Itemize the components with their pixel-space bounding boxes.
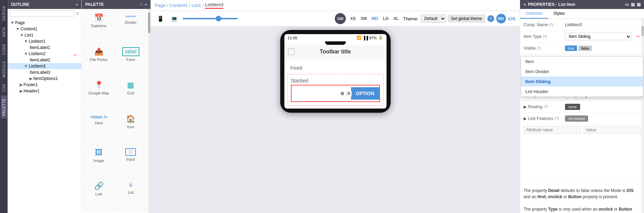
tree-item-content1[interactable]: ▼Content1 — [8, 26, 81, 32]
zoom-slider-track[interactable] — [183, 18, 238, 19]
palette-expand-icon[interactable]: □ — [140, 2, 143, 7]
side-tab-module[interactable]: MODULE — [1, 58, 7, 80]
side-tab-data[interactable]: DATA — [1, 24, 7, 40]
prop-row-routing[interactable]: ▶ Routing (?) none — [520, 101, 644, 113]
dropdown-item-divider[interactable]: Item Divider — [521, 67, 643, 77]
prop-value-linkfeatures: not linked — [565, 115, 641, 122]
outline-search-input[interactable] — [10, 10, 74, 17]
palette-item-link[interactable]: 🔗 Link — [83, 179, 115, 212]
bp-md[interactable]: MD — [370, 16, 380, 22]
dropdown-item-sliding[interactable]: Item Sliding — [521, 77, 643, 87]
outline-close-icon[interactable]: ✕ — [76, 11, 79, 16]
palette-item-googlemap[interactable]: 📍 Google Map — [83, 78, 115, 111]
breadcrumb-sep-2: / — [189, 3, 191, 8]
dropdown-item-header[interactable]: List Header — [521, 87, 643, 97]
dropdown-item-item[interactable]: Item — [521, 57, 643, 67]
prop-help-visible[interactable]: (?) — [537, 47, 541, 50]
breadcrumb-listitem3[interactable]: ListItem3 — [205, 2, 223, 9]
prop-attr-value-input[interactable] — [584, 126, 641, 134]
prop-help-compname[interactable]: (?) — [549, 23, 553, 27]
phone-wifi-icon: 📶 — [357, 36, 361, 40]
props-header: » PROPERTIES - List Item ▭ ▥ ▤ — [520, 0, 644, 9]
prop-help-routing[interactable]: (?) — [544, 105, 548, 109]
palette-form-label: Form — [126, 58, 135, 62]
breadcrumb-list1[interactable]: List1 — [192, 3, 201, 8]
props-icon-1[interactable]: ▭ — [625, 2, 629, 7]
palette-divider-icon: ═══ — [126, 13, 136, 19]
palette-input-icon: ☐ — [125, 148, 136, 156]
palette-item-input[interactable]: ☐ Input — [115, 145, 147, 178]
bp-xs[interactable]: XS — [349, 16, 358, 22]
palette-item-grid[interactable]: ▦ Grid — [115, 78, 147, 111]
side-tab-palette[interactable]: PALETTE — [1, 95, 7, 119]
bp-lg[interactable]: LG — [381, 16, 390, 22]
prop-help-linkfeatures[interactable]: (?) — [555, 116, 559, 120]
device-tablet-btn[interactable]: 💻 — [169, 14, 180, 23]
palette-item-list[interactable]: ≡ List — [115, 179, 147, 212]
prop-value-routing: none — [565, 104, 641, 110]
palette-scroll-thumb — [148, 12, 150, 33]
bp-xl[interactable]: XL — [392, 16, 400, 22]
phone-content: Fixed Stacked ⚙ ✕ OPTION — [284, 59, 387, 109]
prop-row-itemtype: Item Type (?) Item Sliding → — [520, 31, 644, 42]
palette-item-image[interactable]: 🖼 Image — [83, 145, 115, 178]
props-icon-2[interactable]: ▥ — [631, 2, 635, 7]
tree-item-itemlabel1[interactable]: ItemLabel1 — [8, 44, 81, 51]
breadcrumb-content1[interactable]: Content1 — [169, 3, 188, 8]
outline-header: OUTLINE « — [8, 0, 81, 9]
palette-item-datetime[interactable]: 📅 Datetime — [83, 10, 115, 43]
palette-item-html[interactable]: <html /> Html — [83, 111, 115, 144]
breadcrumb-page[interactable]: Page — [155, 3, 165, 8]
props-tab-common[interactable]: Common — [520, 9, 548, 19]
palette-collapse-icon[interactable]: « — [145, 2, 147, 7]
tree-item-itemoptions1[interactable]: ▶ItemOptions1 — [8, 75, 81, 82]
palette-item-divider[interactable]: ═══ Divider — [115, 10, 147, 43]
palette-item-form[interactable]: label Form — [115, 44, 147, 77]
set-global-theme-btn[interactable]: Set global theme — [448, 15, 485, 22]
prop-linkfeatures-btn[interactable]: not linked — [565, 115, 588, 122]
tree-item-list1[interactable]: ▼List1 — [8, 32, 81, 38]
theme-select[interactable]: Default — [421, 14, 446, 23]
tree-item-listitem2[interactable]: ▼ListItem2 ← — [8, 51, 81, 57]
palette-list-label: List — [128, 190, 134, 194]
tree-item-itemlabel2[interactable]: ItemLabel2 — [8, 57, 81, 63]
palette-header: PALETTE □ « — [82, 0, 150, 9]
tree-item-listitem1[interactable]: ▼ListItem1 — [8, 38, 81, 44]
palette-item-filepicker[interactable]: 📤 File Picker — [83, 44, 115, 77]
help-btn[interactable]: ? — [487, 15, 494, 22]
tree-item-itemlabel3[interactable]: ItemLabel3 — [8, 69, 81, 75]
props-body: Comp. Name (?) ListItem3 Item Type (?) I… — [520, 19, 644, 213]
zoom-slider-thumb[interactable] — [216, 16, 221, 21]
prop-itemtype-select[interactable]: Item Sliding — [565, 33, 632, 40]
bp-sm[interactable]: SM — [359, 16, 369, 22]
props-expand-icon[interactable]: » — [524, 2, 526, 7]
scroll-indicator[interactable] — [641, 19, 644, 213]
side-tab-design[interactable]: DESIGN — [1, 3, 7, 23]
palette-item-icon[interactable]: 🏠 Icon — [115, 111, 147, 144]
visible-false-btn[interactable]: false — [578, 45, 592, 51]
prop-help-itemtype[interactable]: (?) — [543, 35, 547, 39]
prop-attr-name-input[interactable] — [524, 126, 581, 134]
outline-collapse-icon[interactable]: « — [76, 2, 78, 7]
tree-item-listitem3[interactable]: ▼ListItem3 — [8, 63, 81, 69]
palette-link-icon: 🔗 — [94, 182, 104, 191]
props-tab-styles[interactable]: Styles — [548, 9, 570, 19]
palette-image-icon: 🖼 — [95, 148, 103, 157]
visible-true-btn[interactable]: true — [565, 45, 577, 51]
side-tab-code[interactable]: CODE — [1, 41, 7, 58]
side-tab-css[interactable]: CSS — [1, 81, 7, 95]
md-platform-badge[interactable]: MD — [496, 14, 506, 23]
phone-menu-btn — [288, 48, 295, 55]
tree-item-page[interactable]: ▼Page — [8, 20, 81, 26]
device-mobile-btn[interactable]: 📱 — [155, 14, 166, 23]
phone-list-item[interactable]: ⚙ ✕ OPTION — [291, 85, 380, 102]
ios-platform-badge[interactable]: iOS — [508, 16, 516, 21]
props-icon-3[interactable]: ▤ — [637, 2, 641, 7]
phone-option-button[interactable]: OPTION — [351, 87, 379, 100]
tree-item-footer1[interactable]: ▶Footer1 — [8, 82, 81, 88]
prop-routing-btn[interactable]: none — [565, 104, 580, 110]
palette-googlemap-label: Google Map — [88, 91, 109, 95]
palette-scrollbar[interactable] — [148, 9, 150, 213]
tree-item-header1[interactable]: ▶Header1 — [8, 88, 81, 94]
prop-row-linkfeatures[interactable]: ▶ Link Features(?) not linked — [520, 113, 644, 124]
